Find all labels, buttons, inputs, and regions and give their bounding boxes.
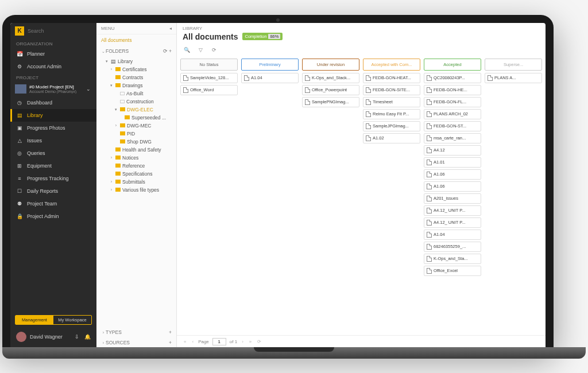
tracking-icon: ≡ <box>16 175 23 182</box>
document-card[interactable]: FEDB-GON-HE... <box>424 85 481 95</box>
document-card[interactable]: FEDB-GON-SITE... <box>363 85 420 95</box>
tree-section-types[interactable]: ›TYPES+ <box>96 327 176 337</box>
avatar[interactable] <box>16 332 26 342</box>
tree-node-contracts[interactable]: Contracts <box>96 73 176 81</box>
tree-node-health[interactable]: Health and Safety <box>96 146 176 154</box>
column-header[interactable]: No Status <box>180 59 238 71</box>
sidebar-item-dashboard[interactable]: ◷Dashboard <box>10 96 96 109</box>
tree-node-submittals[interactable]: › Submittals <box>96 178 176 186</box>
document-card[interactable]: PLANS ARCH_02 <box>424 109 481 119</box>
sidebar-item-project-admin[interactable]: 🔒Project Admin <box>10 210 96 223</box>
document-name: FEDB-GON-HE... <box>434 87 467 92</box>
tree-node-various[interactable]: › Various file types <box>96 186 176 194</box>
sidebar-item-progress-photos[interactable]: ▣Progress Photos <box>10 122 96 134</box>
tree-node-notices[interactable]: › Notices <box>96 154 176 162</box>
tree-node-pid[interactable]: PID <box>96 130 176 138</box>
refresh-page-icon[interactable]: ⟳ <box>256 339 262 344</box>
project-selector[interactable]: #0 Model Project [EN] Account Demo (Phar… <box>10 81 96 96</box>
document-card[interactable]: SampleJPGImag... <box>363 121 420 131</box>
management-tab[interactable]: Management <box>16 316 53 324</box>
sidebar-item-project-team[interactable]: ⚉Project Team <box>10 197 96 210</box>
document-card[interactable]: A1.06 <box>424 181 481 192</box>
add-folder-icon[interactable]: + <box>169 48 172 54</box>
document-card[interactable]: Timesheet <box>363 97 420 107</box>
document-card[interactable]: Office_Excel <box>424 266 481 276</box>
document-card[interactable]: A4.12_ UNIT P... <box>424 205 481 216</box>
column-header[interactable]: Accepted <box>424 59 481 71</box>
status-column: No StatusSampleVideo_128...Office_Word <box>180 59 238 333</box>
document-card[interactable]: SampleVideo_128... <box>180 73 238 83</box>
tree-node-construction[interactable]: Construction <box>96 98 176 106</box>
document-card[interactable]: A1.04 <box>241 73 299 83</box>
tree-section-sources[interactable]: ›SOURCES+ <box>96 337 176 348</box>
tree-node-asbuilt[interactable]: As-Built <box>96 90 176 98</box>
document-card[interactable]: K-Ops_and_Sta... <box>424 254 481 264</box>
tree-node-dwg-elec[interactable]: ▾ DWG-ELEC <box>96 106 176 114</box>
tree-node-drawings[interactable]: ▾ Drawings <box>96 81 176 90</box>
sidebar-item-progress-tracking[interactable]: ≡Progress Tracking <box>10 172 96 185</box>
sidebar-item-account-admin[interactable]: ⚙Account Admin <box>10 60 96 73</box>
app-logo[interactable]: K <box>15 26 24 36</box>
last-page-button[interactable]: » <box>248 339 253 344</box>
tree-node-superseeded[interactable]: Superseeded ... <box>96 114 176 122</box>
lock-icon: 🔒 <box>16 213 23 220</box>
sidebar-item-library[interactable]: ▤Library <box>10 109 96 122</box>
refresh-icon[interactable]: ⟳ <box>210 46 218 54</box>
column-header[interactable]: Accepted with Com... <box>363 59 420 71</box>
document-card[interactable]: A1.01 <box>424 157 481 168</box>
column-header[interactable]: Superse... <box>485 59 542 71</box>
sidebar-label: Library <box>27 112 43 118</box>
document-card[interactable]: FEDB-GON-FL... <box>424 97 481 107</box>
workspace-tab[interactable]: My Workspace <box>53 316 91 324</box>
sidebar-label: Progress Photos <box>27 125 65 131</box>
column-header[interactable]: Preliminary <box>241 59 299 71</box>
document-card[interactable]: A1.04 <box>424 230 481 240</box>
tree-node-dwg-mec[interactable]: › DWG-MEC <box>96 122 176 130</box>
sidebar-item-issues[interactable]: △Issues <box>10 134 96 147</box>
tree-node-certificates[interactable]: › Certificates <box>96 65 176 73</box>
gear-icon: ⚙ <box>16 63 23 70</box>
document-card[interactable]: A4.12 <box>424 145 481 156</box>
bell-icon[interactable]: 🔔 <box>84 333 91 340</box>
document-card[interactable]: PLANS A... <box>485 73 542 83</box>
document-card[interactable]: K-Ops_and_Stack... <box>302 73 359 83</box>
document-card[interactable]: Reimo Easy Fit P... <box>363 109 420 119</box>
collapse-tree-icon[interactable]: ◂ <box>169 26 172 31</box>
document-card[interactable]: QC20080243P... <box>424 73 481 83</box>
search-input[interactable] <box>28 28 92 34</box>
refresh-icon[interactable]: ⟳ <box>163 48 168 54</box>
prev-page-button[interactable]: ‹ <box>191 339 195 344</box>
breadcrumb: LIBRARY <box>177 23 546 31</box>
sidebar-item-planner[interactable]: 📅Planner <box>10 48 96 60</box>
tree-node-shopdwg[interactable]: Shop DWG <box>96 138 176 146</box>
sidebar-item-equipment[interactable]: ⊞Equipment <box>10 160 96 172</box>
document-card[interactable]: Office_Word <box>180 85 238 95</box>
sidebar-item-daily-reports[interactable]: ☐Daily Reports <box>10 185 96 197</box>
download-icon[interactable]: ⇩ <box>74 333 80 340</box>
tree-node-library[interactable]: ▾▤ Library <box>96 57 176 65</box>
tree-all-documents[interactable]: All documents <box>96 34 176 46</box>
document-card[interactable]: A4.12_ UNIT P... <box>424 217 481 228</box>
add-source-icon[interactable]: + <box>169 340 172 345</box>
filter-icon[interactable]: ▽ <box>196 46 204 54</box>
document-card[interactable]: FEDB-GON-ST... <box>424 121 481 131</box>
file-icon <box>305 99 310 105</box>
first-page-button[interactable]: « <box>183 339 187 344</box>
document-card[interactable]: A201_issues <box>424 193 481 204</box>
document-card[interactable]: Office_Powerpoint <box>302 85 359 95</box>
document-card[interactable]: 68246355259_... <box>424 242 481 252</box>
document-card[interactable]: SamplePNGImag... <box>302 97 359 107</box>
column-header[interactable]: Under revision <box>302 59 359 71</box>
next-page-button[interactable]: › <box>241 339 245 344</box>
document-card[interactable]: msa_carte_ran... <box>424 133 481 143</box>
document-card[interactable]: A1.02 <box>363 133 420 143</box>
add-type-icon[interactable]: + <box>169 329 172 335</box>
document-card[interactable]: FEDB-GON-HEAT... <box>363 73 420 83</box>
sidebar-item-queries[interactable]: ◎Queries <box>10 147 96 160</box>
tree-section-folders[interactable]: ⌄FOLDERS ⟳ + <box>96 46 176 56</box>
tree-node-reference[interactable]: Reference <box>96 162 176 170</box>
document-card[interactable]: A1.06 <box>424 169 481 180</box>
search-icon[interactable]: 🔍 <box>183 46 191 54</box>
tree-node-specs[interactable]: Specifications <box>96 170 176 178</box>
page-input[interactable] <box>212 338 226 345</box>
